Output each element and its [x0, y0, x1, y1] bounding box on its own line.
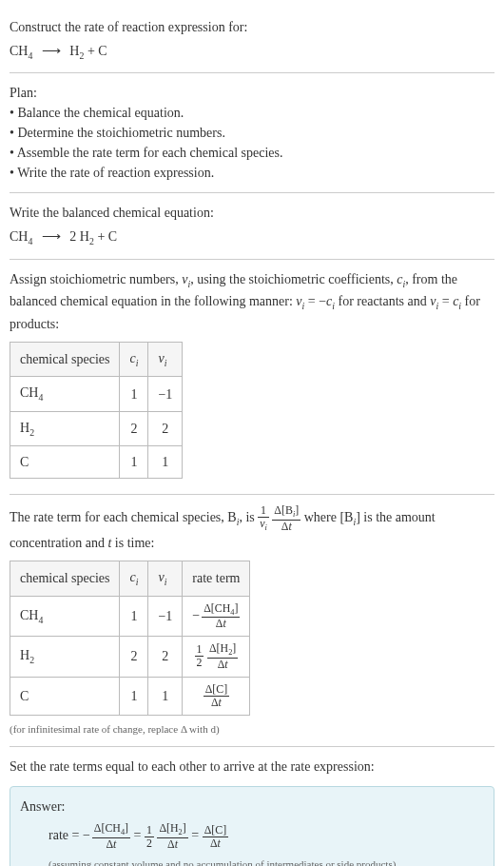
cell-v: 1: [148, 677, 183, 715]
cell-rateterm: −Δ[CH4]Δt: [183, 596, 250, 637]
cell-v: 1: [148, 446, 183, 479]
answer-label: Answer:: [20, 797, 484, 817]
col-c: ci: [120, 561, 148, 596]
rateterm-table: chemical species ci νi rate term CH4 1 −…: [10, 561, 250, 716]
table-header-row: chemical species ci νi: [10, 342, 183, 376]
cell-c: 2: [120, 637, 148, 678]
final-title: Set the rate terms equal to each other t…: [10, 757, 494, 777]
answer-note: (assuming constant volume and no accumul…: [48, 856, 484, 866]
table-row: CH4 1 −1: [10, 377, 183, 411]
rateterm-note: (for infinitesimal rate of change, repla…: [10, 721, 494, 738]
cell-c: 1: [120, 677, 148, 715]
table-row: H2 2 2 12 Δ[H2]Δt: [10, 637, 250, 678]
stoich-section: Assign stoichiometric numbers, νi, using…: [10, 260, 494, 495]
cell-species: H2: [10, 637, 120, 678]
table-row: CH4 1 −1 −Δ[CH4]Δt: [10, 596, 250, 637]
table-row: C 1 1 Δ[C]Δt: [10, 677, 250, 715]
col-species: chemical species: [10, 342, 120, 376]
cell-v: −1: [148, 596, 183, 637]
answer-box: Answer: rate = −Δ[CH4]Δt = 12 Δ[H2]Δt = …: [10, 786, 494, 866]
col-species: chemical species: [10, 561, 120, 596]
plan-item: • Assemble the rate term for each chemic…: [10, 143, 494, 163]
col-c: ci: [120, 342, 148, 376]
cell-v: 2: [148, 411, 183, 445]
balanced-section: Write the balanced chemical equation: CH…: [10, 193, 494, 259]
col-v: νi: [148, 561, 183, 596]
cell-c: 2: [120, 411, 148, 445]
cell-v: 2: [148, 637, 183, 678]
plan-title: Plan:: [10, 83, 494, 103]
answer-equation: rate = −Δ[CH4]Δt = 12 Δ[H2]Δt = Δ[C]Δt: [48, 822, 484, 851]
cell-rateterm: 12 Δ[H2]Δt: [183, 637, 250, 678]
rateterm-title: The rate term for each chemical species,…: [10, 504, 494, 553]
stoich-title: Assign stoichiometric numbers, νi, using…: [10, 269, 494, 334]
table-header-row: chemical species ci νi rate term: [10, 561, 250, 596]
cell-species: CH4: [10, 377, 120, 411]
stoich-table: chemical species ci νi CH4 1 −1 H2 2 2 C…: [10, 342, 183, 479]
cell-species: CH4: [10, 596, 120, 637]
balanced-equation: CH4 ⟶ 2 H2 + C: [10, 226, 494, 248]
intro-section: Construct the rate of reaction expressio…: [10, 8, 494, 73]
plan-section: Plan: • Balance the chemical equation. •…: [10, 73, 494, 193]
col-v: νi: [148, 342, 183, 376]
cell-c: 1: [120, 446, 148, 479]
table-row: H2 2 2: [10, 411, 183, 445]
cell-species: C: [10, 677, 120, 715]
final-section: Set the rate terms equal to each other t…: [10, 747, 494, 866]
intro-reaction: CH4 ⟶ H2 + C: [10, 41, 494, 63]
cell-species: H2: [10, 411, 120, 445]
plan-item: • Write the rate of reaction expression.: [10, 163, 494, 183]
balanced-title: Write the balanced chemical equation:: [10, 203, 494, 223]
cell-species: C: [10, 446, 120, 479]
cell-v: −1: [148, 377, 183, 411]
plan-item: • Determine the stoichiometric numbers.: [10, 123, 494, 143]
cell-c: 1: [120, 377, 148, 411]
cell-rateterm: Δ[C]Δt: [183, 677, 250, 715]
cell-c: 1: [120, 596, 148, 637]
plan-item: • Balance the chemical equation.: [10, 103, 494, 123]
table-row: C 1 1: [10, 446, 183, 479]
rateterm-section: The rate term for each chemical species,…: [10, 495, 494, 747]
col-rateterm: rate term: [183, 561, 250, 596]
intro-title: Construct the rate of reaction expressio…: [10, 17, 494, 37]
